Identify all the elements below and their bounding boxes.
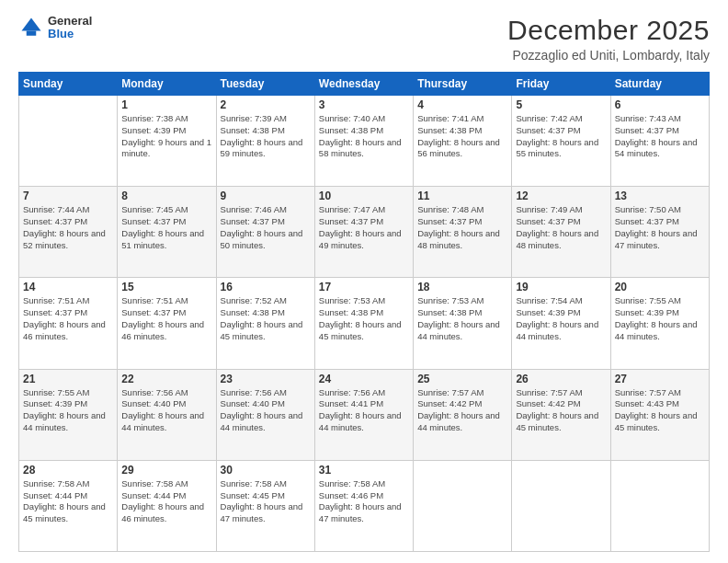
day-number: 14 [23, 281, 113, 293]
day-number: 16 [221, 281, 311, 293]
day-number: 4 [417, 98, 507, 111]
day-number: 19 [516, 281, 606, 293]
cell-text: Sunrise: 7:58 AM Sunset: 4:46 PM Dayligh… [319, 478, 409, 525]
cell-text: Sunrise: 7:53 AM Sunset: 4:38 PM Dayligh… [319, 295, 409, 342]
calendar-cell: 8Sunrise: 7:45 AM Sunset: 4:37 PM Daylig… [118, 187, 216, 278]
calendar-cell [610, 460, 709, 551]
svg-rect-1 [27, 31, 37, 36]
calendar-week-row: 28Sunrise: 7:58 AM Sunset: 4:44 PM Dayli… [19, 460, 710, 551]
day-number: 27 [615, 373, 705, 385]
calendar-cell: 10Sunrise: 7:47 AM Sunset: 4:37 PM Dayli… [314, 187, 413, 278]
cell-text: Sunrise: 7:46 AM Sunset: 4:37 PM Dayligh… [221, 204, 311, 251]
cell-text: Sunrise: 7:45 AM Sunset: 4:37 PM Dayligh… [121, 204, 211, 251]
cell-text: Sunrise: 7:57 AM Sunset: 4:42 PM Dayligh… [417, 387, 507, 434]
cell-text: Sunrise: 7:58 AM Sunset: 4:44 PM Dayligh… [121, 478, 211, 525]
cell-text: Sunrise: 7:42 AM Sunset: 4:37 PM Dayligh… [516, 113, 606, 160]
calendar-cell: 1Sunrise: 7:38 AM Sunset: 4:39 PM Daylig… [118, 96, 216, 187]
logo: General Blue [18, 15, 92, 41]
calendar-table: SundayMondayTuesdayWednesdayThursdayFrid… [18, 72, 710, 552]
day-number: 29 [121, 464, 211, 477]
page: General Blue December 2025 Pozzaglio ed … [0, 0, 728, 563]
calendar-cell: 31Sunrise: 7:58 AM Sunset: 4:46 PM Dayli… [314, 460, 413, 551]
cell-text: Sunrise: 7:55 AM Sunset: 4:39 PM Dayligh… [23, 387, 113, 434]
calendar-cell: 14Sunrise: 7:51 AM Sunset: 4:37 PM Dayli… [19, 278, 118, 369]
day-number: 31 [319, 464, 409, 477]
day-number: 2 [221, 98, 311, 111]
day-number: 5 [516, 98, 606, 111]
cell-text: Sunrise: 7:49 AM Sunset: 4:37 PM Dayligh… [516, 204, 606, 251]
cell-text: Sunrise: 7:44 AM Sunset: 4:37 PM Dayligh… [23, 204, 113, 251]
logo-text: General Blue [48, 15, 92, 41]
cell-text: Sunrise: 7:51 AM Sunset: 4:37 PM Dayligh… [121, 295, 211, 342]
calendar-cell: 15Sunrise: 7:51 AM Sunset: 4:37 PM Dayli… [118, 278, 216, 369]
cell-text: Sunrise: 7:51 AM Sunset: 4:37 PM Dayligh… [23, 295, 113, 342]
calendar-cell: 3Sunrise: 7:40 AM Sunset: 4:38 PM Daylig… [314, 96, 413, 187]
day-header-sunday: Sunday [19, 73, 118, 96]
main-title: December 2025 [507, 15, 710, 46]
calendar-cell: 5Sunrise: 7:42 AM Sunset: 4:37 PM Daylig… [512, 96, 610, 187]
calendar-cell: 23Sunrise: 7:56 AM Sunset: 4:40 PM Dayli… [216, 369, 314, 460]
day-number: 26 [516, 373, 606, 385]
day-number: 22 [121, 373, 211, 385]
cell-text: Sunrise: 7:57 AM Sunset: 4:42 PM Dayligh… [516, 387, 606, 434]
calendar-cell: 6Sunrise: 7:43 AM Sunset: 4:37 PM Daylig… [610, 96, 709, 187]
calendar-cell: 29Sunrise: 7:58 AM Sunset: 4:44 PM Dayli… [118, 460, 216, 551]
calendar-cell [512, 460, 610, 551]
calendar-cell: 21Sunrise: 7:55 AM Sunset: 4:39 PM Dayli… [19, 369, 118, 460]
day-number: 23 [221, 373, 311, 385]
title-block: December 2025 Pozzaglio ed Uniti, Lombar… [507, 15, 710, 63]
cell-text: Sunrise: 7:55 AM Sunset: 4:39 PM Dayligh… [615, 295, 705, 342]
calendar-cell: 30Sunrise: 7:58 AM Sunset: 4:45 PM Dayli… [216, 460, 314, 551]
day-header-tuesday: Tuesday [216, 73, 314, 96]
cell-text: Sunrise: 7:53 AM Sunset: 4:38 PM Dayligh… [417, 295, 507, 342]
calendar-cell: 13Sunrise: 7:50 AM Sunset: 4:37 PM Dayli… [610, 187, 709, 278]
calendar-cell: 25Sunrise: 7:57 AM Sunset: 4:42 PM Dayli… [414, 369, 512, 460]
calendar-cell: 27Sunrise: 7:57 AM Sunset: 4:43 PM Dayli… [610, 369, 709, 460]
day-number: 20 [615, 281, 705, 293]
day-number: 24 [319, 373, 409, 385]
logo-blue: Blue [48, 28, 92, 40]
calendar-week-row: 14Sunrise: 7:51 AM Sunset: 4:37 PM Dayli… [19, 278, 710, 369]
calendar-week-row: 21Sunrise: 7:55 AM Sunset: 4:39 PM Dayli… [19, 369, 710, 460]
day-header-monday: Monday [118, 73, 216, 96]
day-number: 1 [121, 98, 211, 111]
calendar-week-row: 7Sunrise: 7:44 AM Sunset: 4:37 PM Daylig… [19, 187, 710, 278]
day-number: 8 [121, 190, 211, 202]
calendar-cell: 20Sunrise: 7:55 AM Sunset: 4:39 PM Dayli… [610, 278, 709, 369]
calendar-cell: 22Sunrise: 7:56 AM Sunset: 4:40 PM Dayli… [118, 369, 216, 460]
day-header-thursday: Thursday [414, 73, 512, 96]
day-number: 9 [221, 190, 311, 202]
logo-icon [18, 15, 44, 40]
calendar-cell [19, 96, 118, 187]
day-number: 7 [23, 190, 113, 202]
cell-text: Sunrise: 7:40 AM Sunset: 4:38 PM Dayligh… [319, 113, 409, 160]
day-number: 10 [319, 190, 409, 202]
day-number: 21 [23, 373, 113, 385]
calendar-cell: 2Sunrise: 7:39 AM Sunset: 4:38 PM Daylig… [216, 96, 314, 187]
cell-text: Sunrise: 7:58 AM Sunset: 4:44 PM Dayligh… [23, 478, 113, 525]
day-number: 11 [417, 190, 507, 202]
cell-text: Sunrise: 7:38 AM Sunset: 4:39 PM Dayligh… [121, 113, 211, 160]
day-number: 12 [516, 190, 606, 202]
cell-text: Sunrise: 7:47 AM Sunset: 4:37 PM Dayligh… [319, 204, 409, 251]
header: General Blue December 2025 Pozzaglio ed … [18, 15, 710, 63]
cell-text: Sunrise: 7:56 AM Sunset: 4:41 PM Dayligh… [319, 387, 409, 434]
day-header-friday: Friday [512, 73, 610, 96]
cell-text: Sunrise: 7:57 AM Sunset: 4:43 PM Dayligh… [615, 387, 705, 434]
day-number: 6 [615, 98, 705, 111]
day-header-saturday: Saturday [610, 73, 709, 96]
day-number: 13 [615, 190, 705, 202]
day-number: 25 [417, 373, 507, 385]
subtitle: Pozzaglio ed Uniti, Lombardy, Italy [507, 48, 710, 63]
cell-text: Sunrise: 7:58 AM Sunset: 4:45 PM Dayligh… [221, 478, 311, 525]
calendar-cell: 24Sunrise: 7:56 AM Sunset: 4:41 PM Dayli… [314, 369, 413, 460]
day-number: 28 [23, 464, 113, 477]
cell-text: Sunrise: 7:52 AM Sunset: 4:38 PM Dayligh… [221, 295, 311, 342]
calendar-cell: 12Sunrise: 7:49 AM Sunset: 4:37 PM Dayli… [512, 187, 610, 278]
cell-text: Sunrise: 7:43 AM Sunset: 4:37 PM Dayligh… [615, 113, 705, 160]
calendar-cell: 28Sunrise: 7:58 AM Sunset: 4:44 PM Dayli… [19, 460, 118, 551]
cell-text: Sunrise: 7:56 AM Sunset: 4:40 PM Dayligh… [121, 387, 211, 434]
cell-text: Sunrise: 7:41 AM Sunset: 4:38 PM Dayligh… [417, 113, 507, 160]
day-number: 15 [121, 281, 211, 293]
cell-text: Sunrise: 7:48 AM Sunset: 4:37 PM Dayligh… [417, 204, 507, 251]
